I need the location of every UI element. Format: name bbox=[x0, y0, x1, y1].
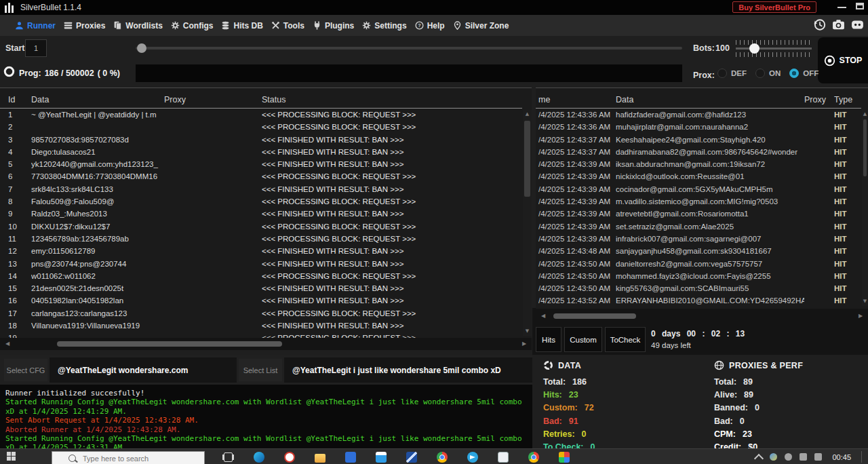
hit-row[interactable]: /4/2025 12:43:50 AM danieltorresh2@gmail… bbox=[536, 258, 861, 270]
hit-row[interactable]: /4/2025 12:43:36 AM hafidzfadera@gmail.c… bbox=[536, 109, 861, 121]
hit-row[interactable]: /4/2025 12:43:52 AM ERRAYANHABIBI2010@GM… bbox=[536, 294, 861, 307]
prox-option-on[interactable]: ON bbox=[755, 69, 781, 78]
runner-row[interactable]: 9 Raldz03_:Muhes2013 <<< FINISHED WITH R… bbox=[0, 208, 522, 220]
runner-log[interactable]: Runner initialized succesfully! Started … bbox=[0, 385, 532, 449]
volume-tray-icon[interactable] bbox=[800, 453, 807, 461]
tab-custom[interactable]: Custom bbox=[564, 327, 602, 352]
start-slider-thumb[interactable] bbox=[137, 43, 146, 53]
weather-tray-icon[interactable] bbox=[770, 453, 777, 461]
hits-vertical-scrollbar[interactable]: ▲ ▼ bbox=[862, 110, 868, 306]
menu-item-tools[interactable]: Tools bbox=[271, 21, 304, 31]
keyboard-tray-icon[interactable] bbox=[814, 453, 822, 461]
scroll-left-icon[interactable]: ◀ bbox=[3, 338, 12, 350]
runner-vertical-scrollbar[interactable]: ▲ ▼ bbox=[523, 110, 532, 336]
runner-row[interactable]: 10 DIKXU12$7:dikxu12$7 <<< PROCESSING BL… bbox=[0, 220, 522, 233]
start-input[interactable] bbox=[25, 39, 47, 57]
runner-row[interactable]: 14 w011062:w011062 <<< PROCESSING BLOCK:… bbox=[0, 270, 522, 282]
hit-row[interactable]: /4/2025 12:43:37 AM Keeshahaipee24@gmail… bbox=[536, 134, 861, 146]
prox-option-off[interactable]: OFF bbox=[789, 69, 818, 78]
runner-row[interactable]: 11 123456789ab:123456789ab <<< PROCESSIN… bbox=[0, 233, 522, 245]
hit-row[interactable]: /4/2025 12:43:39 AM iksan.abdurachman@gm… bbox=[536, 158, 861, 170]
runner-horizontal-scrollbar[interactable]: ◀ ▶ bbox=[0, 338, 532, 350]
hits-horizontal-scrollbar[interactable]: ◀ ▶ bbox=[536, 310, 868, 322]
taskbar-app-notepad[interactable] bbox=[498, 452, 509, 463]
stop-button[interactable]: STOP bbox=[818, 37, 868, 83]
runner-row[interactable]: 16 04051982lan:04051982lan <<< FINISHED … bbox=[0, 294, 522, 307]
menu-item-wordlists[interactable]: Wordlists bbox=[113, 21, 162, 31]
history-icon[interactable] bbox=[813, 18, 826, 31]
select-cfg-button[interactable]: Select CFG bbox=[4, 359, 47, 381]
runner-row[interactable]: 7 srk84lc133:srk84LC133 <<< FINISHED WIT… bbox=[0, 183, 522, 195]
network-tray-icon[interactable] bbox=[785, 453, 792, 461]
minimize-button[interactable] bbox=[837, 7, 846, 8]
hit-row[interactable]: /4/2025 12:43:50 AM mohammed.fayiz3@iclo… bbox=[536, 270, 861, 282]
runner-row[interactable]: 4 Diego:tulasacos21 <<< FINISHED WITH RE… bbox=[0, 146, 522, 158]
scroll-right-icon[interactable]: ▶ bbox=[856, 310, 865, 322]
discord-icon[interactable] bbox=[851, 18, 864, 31]
hit-row[interactable]: /4/2025 12:43:37 AM dadhiramabana82@gmai… bbox=[536, 146, 861, 158]
hit-row[interactable]: /4/2025 12:43:48 AM sanjayganjhu458@gmai… bbox=[536, 245, 861, 257]
taskbar-app-file-explorer[interactable] bbox=[315, 454, 326, 463]
windows-start-button[interactable] bbox=[7, 452, 16, 461]
scroll-up-icon[interactable]: ▲ bbox=[523, 110, 532, 119]
taskbar-app-app-blue[interactable] bbox=[345, 452, 356, 463]
scroll-left-icon[interactable]: ◀ bbox=[538, 310, 548, 322]
hit-row[interactable]: /4/2025 12:43:36 AM muhajirplatr@gmail.c… bbox=[536, 121, 861, 133]
runner-row[interactable]: 15 21desn0025t:21desn0025t <<< FINISHED … bbox=[0, 282, 522, 294]
runner-row[interactable]: 13 pns@230744:pns@230744 <<< FINISHED WI… bbox=[0, 258, 522, 270]
scrollbar-thumb[interactable] bbox=[553, 313, 636, 319]
select-list-button[interactable]: Select List bbox=[239, 359, 282, 381]
scrollbar-thumb[interactable] bbox=[863, 119, 867, 176]
taskbar-search[interactable] bbox=[52, 451, 205, 464]
runner-row[interactable]: 12 emy:01150612789 <<< FINISHED WITH RES… bbox=[0, 245, 522, 257]
tray-expand-icon[interactable] bbox=[754, 453, 764, 463]
scroll-down-icon[interactable]: ▼ bbox=[523, 327, 532, 336]
scroll-down-icon[interactable]: ▼ bbox=[862, 297, 868, 306]
taskbar-app-chrome-alt[interactable] bbox=[528, 452, 539, 463]
runner-row[interactable]: 18 Villanueva1919:Villanueva1919 <<< FIN… bbox=[0, 320, 522, 332]
hit-row[interactable]: /4/2025 12:43:39 AM atrevetebtl@gmail.co… bbox=[536, 208, 861, 220]
menu-item-hits-db[interactable]: Hits DB bbox=[221, 21, 262, 31]
taskbar-app-chrome[interactable] bbox=[437, 452, 448, 463]
bots-slider[interactable] bbox=[736, 47, 812, 50]
taskbar-app-edge[interactable] bbox=[254, 452, 264, 463]
menu-item-silver-zone[interactable]: Silver Zone bbox=[453, 21, 509, 31]
hit-row[interactable]: /4/2025 12:43:39 AM cocinador@gmail.com:… bbox=[536, 183, 861, 195]
runner-row[interactable]: 2 <<< PROCESSING BLOCK: REQUEST >>> bbox=[0, 121, 522, 133]
screenshot-icon[interactable] bbox=[832, 18, 845, 31]
scroll-up-icon[interactable]: ▲ bbox=[862, 110, 868, 119]
taskbar-app-mail[interactable] bbox=[376, 452, 387, 463]
runner-row[interactable]: 6 77303804DMM16:77303804DMM16 <<< PROCES… bbox=[0, 170, 522, 182]
start-slider[interactable] bbox=[136, 47, 682, 50]
prox-option-def[interactable]: DEF bbox=[717, 69, 747, 78]
menu-item-settings[interactable]: Settings bbox=[362, 21, 406, 31]
scrollbar-thumb[interactable] bbox=[57, 341, 282, 347]
runner-row[interactable]: 5 yk1202440@gmail.com:yhd123123_ <<< FIN… bbox=[0, 158, 522, 170]
menu-item-runner[interactable]: Runner bbox=[15, 21, 56, 31]
buy-pro-button[interactable]: Buy SilverBullet Pro bbox=[732, 1, 816, 13]
menu-item-configs[interactable]: Configs bbox=[171, 21, 214, 31]
taskbar-app-alarms[interactable] bbox=[284, 452, 295, 463]
show-desktop-button[interactable] bbox=[861, 451, 864, 463]
scrollbar-thumb[interactable] bbox=[524, 121, 530, 197]
hit-row[interactable]: /4/2025 12:43:50 AM king55763@gmail.com:… bbox=[536, 282, 861, 294]
search-input[interactable] bbox=[81, 454, 193, 463]
hit-row[interactable]: /4/2025 12:43:39 AM m.vadillo.sistemico@… bbox=[536, 195, 861, 208]
tab-hits[interactable]: Hits bbox=[536, 327, 561, 352]
menu-item-help[interactable]: ? Help bbox=[415, 21, 445, 31]
menu-item-plugins[interactable]: Plugins bbox=[313, 21, 354, 31]
selected-config-value[interactable]: @YeatTheLegit wondershare.com bbox=[50, 357, 237, 383]
scroll-right-icon[interactable]: ▶ bbox=[519, 338, 529, 350]
hit-row[interactable]: /4/2025 12:43:39 AM set.setraziz@gmail.c… bbox=[536, 220, 861, 233]
taskbar-app-telegram[interactable] bbox=[467, 452, 478, 463]
taskbar-app-app-colorful[interactable] bbox=[559, 452, 570, 463]
taskbar-app-visual-studio[interactable] bbox=[406, 452, 417, 463]
taskbar-app-task-view[interactable] bbox=[224, 452, 233, 462]
bots-slider-thumb[interactable] bbox=[749, 43, 760, 54]
menu-item-proxies[interactable]: Proxies bbox=[64, 21, 105, 31]
tab-tocheck[interactable]: ToCheck bbox=[605, 327, 646, 352]
runner-row[interactable]: 3 9857027083d:9857027083d <<< FINISHED W… bbox=[0, 134, 522, 146]
hit-row[interactable]: /4/2025 12:43:39 AM nickixlcd@outlook.co… bbox=[536, 170, 861, 182]
hit-row[interactable]: /4/2025 12:43:39 AM infrabrick007@gmail.… bbox=[536, 233, 861, 245]
runner-row[interactable]: 17 carlangas123:carlangas123 <<< PROCESS… bbox=[0, 307, 522, 320]
